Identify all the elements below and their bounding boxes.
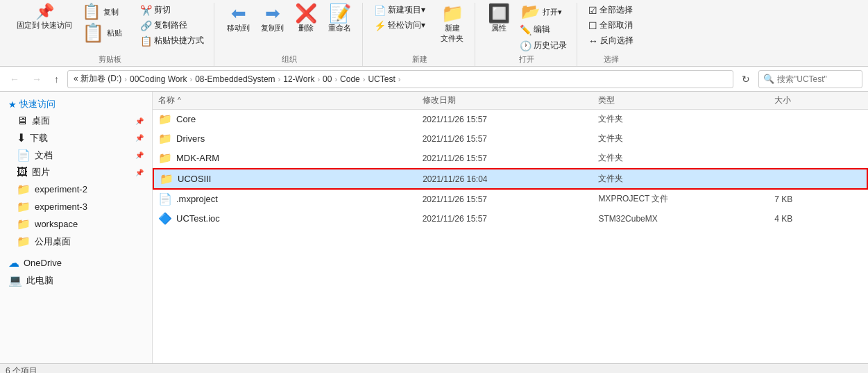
select-all-button[interactable]: ☑ 全部选择 xyxy=(586,3,636,17)
file-list: 名称 ^ 修改日期 类型 大小 📁 Core 2021/11/26 15:57 … xyxy=(153,92,868,363)
delete-button[interactable]: ❌ 删除 xyxy=(291,3,321,35)
col-date-header[interactable]: 修改日期 xyxy=(423,94,599,106)
file-icon: 📄 xyxy=(158,192,172,206)
new-folder-button[interactable]: 📁 新建文件夹 xyxy=(436,3,468,45)
file-name: Core xyxy=(176,114,196,124)
new-label: 新建 xyxy=(412,54,427,66)
downloads-icon: ⬇ xyxy=(17,131,26,144)
move-to-button[interactable]: ⬅ 移动到 xyxy=(223,3,254,35)
experiment2-label: experiment-2 xyxy=(35,184,87,194)
select-all-icon: ☑ xyxy=(588,5,597,16)
table-row[interactable]: 📄 .mxproject 2021/11/26 15:57 MXPROJECT … xyxy=(153,190,868,209)
sidebar-item-experiment2[interactable]: 📁 experiment-2 xyxy=(0,181,152,198)
rename-icon: 📝 xyxy=(329,4,351,22)
this-pc-icon: 💻 xyxy=(8,274,22,287)
refresh-button[interactable]: ↻ xyxy=(738,72,754,87)
easy-access-icon: ⚡ xyxy=(374,20,386,31)
file-date: 2021/11/26 15:57 xyxy=(423,214,599,224)
pin-icon: 📌 xyxy=(35,4,54,19)
new-folder-icon: 📁 xyxy=(441,4,463,22)
copy-path-button[interactable]: 🔗 复制路径 xyxy=(137,18,207,33)
cut-button[interactable]: ✂️ 剪切 xyxy=(137,3,207,17)
table-row[interactable]: 🔷 UCTest.ioc 2021/11/26 15:57 STM32CubeM… xyxy=(153,209,868,229)
paste-shortcut-icon: 📋 xyxy=(140,35,152,47)
up-button[interactable]: ↑ xyxy=(50,72,63,87)
invert-select-icon: ↔ xyxy=(588,35,598,47)
copy-button[interactable]: 📋 复制 xyxy=(79,3,135,21)
search-input[interactable] xyxy=(777,74,846,84)
pin-marker3: 📌 xyxy=(135,151,144,159)
file-type: 文件夹 xyxy=(598,113,774,125)
workspace-label: workspace xyxy=(35,219,78,229)
table-row[interactable]: 📁 MDK-ARM 2021/11/26 15:57 文件夹 xyxy=(153,149,868,168)
forward-button[interactable]: → xyxy=(28,72,46,87)
search-icon: 🔍 xyxy=(763,74,774,84)
easy-access-button[interactable]: ⚡ 轻松访问▾ xyxy=(371,18,434,33)
folder-icon: 📁 xyxy=(160,172,173,185)
invert-select-button[interactable]: ↔ 反向选择 xyxy=(586,33,636,48)
table-row[interactable]: 📁 Drivers 2021/11/26 15:57 文件夹 xyxy=(153,129,868,149)
file-type: 文件夹 xyxy=(598,152,774,164)
properties-button[interactable]: 🔲 属性 xyxy=(484,3,514,35)
copy-to-button[interactable]: ➡ 复制到 xyxy=(257,3,288,35)
col-size-header[interactable]: 大小 xyxy=(774,94,862,106)
edit-icon: ✏️ xyxy=(520,24,531,35)
breadcrumb-code: Code xyxy=(340,74,360,84)
clipboard-label: 剪贴板 xyxy=(99,54,121,66)
this-pc-label: 此电脑 xyxy=(26,274,53,287)
new-item-button[interactable]: 📄 新建项目▾ xyxy=(371,3,434,17)
sidebar-item-experiment3[interactable]: 📁 experiment-3 xyxy=(0,198,152,215)
open-label: 打开 xyxy=(519,54,534,66)
breadcrumb-drive: « 新加卷 (D:) xyxy=(74,73,121,85)
sidebar-item-onedrive[interactable]: ☁ OneDrive xyxy=(0,254,152,272)
sidebar-item-this-pc[interactable]: 💻 此电脑 xyxy=(0,272,152,289)
breadcrumb-00: 00 xyxy=(323,74,332,84)
ribbon-group-clipboard: 📌 固定到 快速访问 📋 复制 📋 粘贴 ✂️ xyxy=(6,3,214,66)
rename-button[interactable]: 📝 重命名 xyxy=(324,3,355,35)
onedrive-label: OneDrive xyxy=(24,258,62,268)
file-type: 文件夹 xyxy=(598,133,774,144)
folder-icon: 📁 xyxy=(158,151,172,165)
col-type-header[interactable]: 类型 xyxy=(598,94,774,106)
sidebar-item-desktop[interactable]: 🖥 桌面 📌 xyxy=(0,113,152,129)
workspace-icon: 📁 xyxy=(17,217,31,231)
quick-access-header[interactable]: ★ 快速访问 xyxy=(0,96,152,113)
table-row[interactable]: 📁 Core 2021/11/26 15:57 文件夹 xyxy=(153,110,868,129)
quick-access-label: 快速访问 xyxy=(19,98,56,110)
pin-to-quick-button[interactable]: 📌 固定到 快速访问 xyxy=(12,3,76,32)
public-desktop-icon: 📁 xyxy=(17,235,31,248)
file-name: UCOSIII xyxy=(178,174,211,184)
sidebar-item-documents[interactable]: 📄 文档 📌 xyxy=(0,147,152,164)
delete-icon: ❌ xyxy=(295,4,317,22)
file-type: STM32CubeMX xyxy=(598,214,774,224)
sidebar-item-public-desktop[interactable]: 📁 公用桌面 xyxy=(0,233,152,250)
col-name-header[interactable]: 名称 ^ xyxy=(158,94,423,106)
experiment3-label: experiment-3 xyxy=(35,201,87,212)
sidebar-item-downloads[interactable]: ⬇ 下载 📌 xyxy=(0,129,152,147)
properties-icon: 🔲 xyxy=(488,4,510,22)
search-box[interactable]: 🔍 xyxy=(758,70,862,88)
breadcrumb[interactable]: « 新加卷 (D:) › 00Coding Work › 08-Embedded… xyxy=(67,70,733,88)
paste-button[interactable]: 📋 粘贴 xyxy=(79,22,135,43)
file-name: .mxproject xyxy=(176,194,218,204)
sidebar-item-pictures[interactable]: 🖼 图片 📌 xyxy=(0,164,152,181)
open-button[interactable]: 📂 打开▾ xyxy=(517,3,570,21)
public-desktop-label: 公用桌面 xyxy=(35,235,71,248)
history-button[interactable]: 🕐 历史记录 xyxy=(517,38,570,53)
select-none-icon: ☐ xyxy=(588,20,597,31)
ribbon-group-new: 📄 新建项目▾ ⚡ 轻松访问▾ 📁 新建文件夹 新建 xyxy=(364,3,475,66)
status-text: 6 个项目 xyxy=(6,365,37,373)
ribbon-group-organize: ⬅ 移动到 ➡ 复制到 ❌ 删除 📝 重命名 组织 xyxy=(216,3,363,66)
file-list-header: 名称 ^ 修改日期 类型 大小 xyxy=(153,92,868,110)
table-row-ucosiii[interactable]: 📁 UCOSIII 2021/11/26 16:04 文件夹 xyxy=(153,168,868,190)
documents-label: 文档 xyxy=(35,149,53,162)
sidebar-item-workspace[interactable]: 📁 workspace xyxy=(0,215,152,233)
file-type: MXPROJECT 文件 xyxy=(598,193,774,205)
edit-button[interactable]: ✏️ 编辑 xyxy=(517,22,570,37)
paste-shortcut-button[interactable]: 📋 粘贴快捷方式 xyxy=(137,33,207,48)
back-button[interactable]: ← xyxy=(6,72,24,87)
copy-to-icon: ➡ xyxy=(265,4,280,22)
status-bar: 6 个项目 xyxy=(0,363,868,373)
select-none-button[interactable]: ☐ 全部取消 xyxy=(586,18,636,33)
left-panel: ★ 快速访问 🖥 桌面 📌 ⬇ 下载 📌 📄 文档 📌 🖼 图片 📌 📁 exp… xyxy=(0,92,153,363)
